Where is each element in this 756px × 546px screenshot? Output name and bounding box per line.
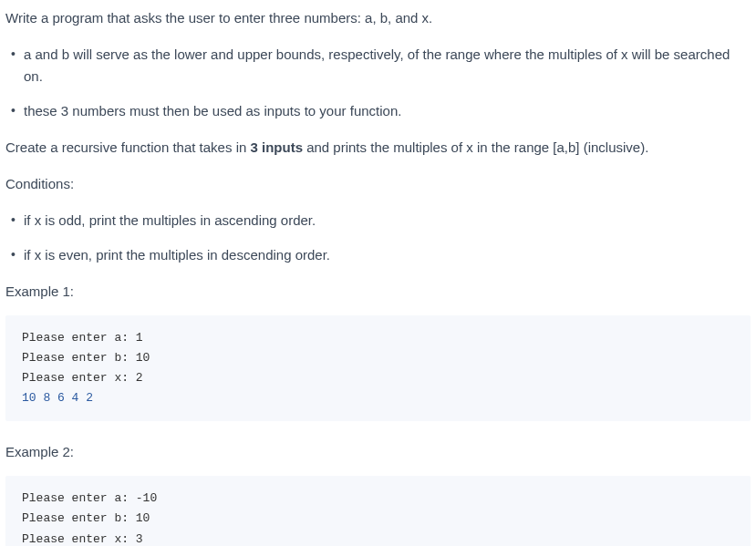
text-segment: Create a recursive function that takes i… — [5, 139, 250, 155]
bold-text: 3 inputs — [250, 139, 303, 155]
bullet-list-2: if x is odd, print the multiples in asce… — [5, 210, 751, 266]
text-segment: and prints the multiples of x in the ran… — [303, 139, 648, 155]
list-item: these 3 numbers must then be used as inp… — [5, 100, 751, 122]
code-line: Please enter a: -10 — [22, 489, 734, 509]
code-line: Please enter a: 1 — [22, 328, 734, 348]
list-item: if x is odd, print the multiples in asce… — [5, 210, 751, 232]
list-item: if x is even, print the multiples in des… — [5, 244, 751, 266]
code-line: Please enter x: 3 — [22, 530, 734, 546]
conditions-label: Conditions: — [5, 173, 751, 195]
bullet-list-1: a and b will serve as the lower and uppe… — [5, 44, 751, 122]
list-item: a and b will serve as the lower and uppe… — [5, 44, 751, 88]
example2-label: Example 2: — [5, 441, 751, 463]
example1-code-block: Please enter a: 1Please enter b: 10Pleas… — [5, 315, 751, 421]
intro-paragraph: Write a program that asks the user to en… — [5, 7, 751, 29]
code-line: Please enter x: 2 — [22, 368, 734, 388]
example2-code-block: Please enter a: -10Please enter b: 10Ple… — [5, 476, 751, 546]
code-line: Please enter b: 10 — [22, 509, 734, 529]
function-description: Create a recursive function that takes i… — [5, 137, 751, 159]
code-output: 10 8 6 4 2 — [22, 388, 734, 408]
code-line: Please enter b: 10 — [22, 348, 734, 368]
example1-label: Example 1: — [5, 281, 751, 303]
